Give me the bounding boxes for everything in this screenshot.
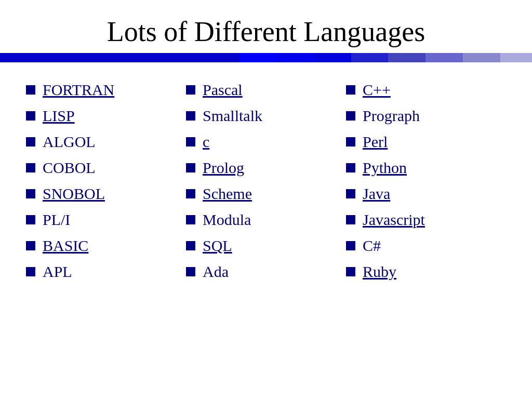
list-item: C++ [346,78,506,102]
item-label: Smalltalk [203,107,262,125]
bullet-icon [346,241,355,250]
item-label: LISP [43,107,75,125]
item-label: Modula [203,211,251,229]
list-item: c [186,130,346,154]
item-label: Python [363,159,407,177]
item-label: C# [363,237,381,255]
item-label: c [203,133,209,151]
list-item: FORTRAN [26,78,186,102]
list-item: C# [346,234,506,258]
divider-bar [0,53,532,62]
bullet-icon [26,189,35,198]
item-label: C++ [363,81,391,99]
item-label: ALGOL [43,133,96,151]
list-item: Ada [186,260,346,284]
item-label: PL/I [43,211,70,229]
bullet-icon [186,137,195,147]
item-label: SNOBOL [43,185,105,203]
bullet-icon [26,241,35,250]
item-label: Prograph [363,107,420,125]
bullet-icon [26,137,35,147]
column-col2: PascalSmalltalkcPrologSchemeModulaSQLAda [186,78,346,389]
bullet-icon [346,111,355,121]
item-label: Ada [203,263,229,281]
item-label: APL [43,263,72,281]
list-item: PL/I [26,208,186,232]
list-item: SNOBOL [26,182,186,206]
bullet-icon [186,241,195,250]
item-label: Prolog [203,159,244,177]
bullet-icon [186,111,195,121]
title-area: Lots of Different Languages [0,0,532,53]
bullet-icon [186,267,195,276]
list-item: ALGOL [26,130,186,154]
bullet-icon [346,215,355,224]
item-label: Javascript [363,211,425,229]
list-item: Perl [346,130,506,154]
list-item: Scheme [186,182,346,206]
list-item: BASIC [26,234,186,258]
column-col1: FORTRANLISPALGOLCOBOLSNOBOLPL/IBASICAPL [26,78,186,389]
list-item: Java [346,182,506,206]
list-item: Javascript [346,208,506,232]
list-item: Smalltalk [186,104,346,128]
content-area: FORTRANLISPALGOLCOBOLSNOBOLPL/IBASICAPLP… [0,73,532,399]
bullet-icon [346,137,355,147]
bullet-icon [186,163,195,172]
slide-title: Lots of Different Languages [21,16,511,48]
slide: Lots of Different Languages FORTRANLISPA… [0,0,532,399]
item-label: Ruby [363,263,396,281]
item-label: Perl [363,133,388,151]
bullet-icon [26,111,35,121]
column-col3: C++PrographPerlPythonJavaJavascriptC#Rub… [346,78,506,389]
bullet-icon [26,85,35,95]
list-item: LISP [26,104,186,128]
bullet-icon [346,267,355,276]
list-item: Python [346,156,506,180]
bullet-icon [186,189,195,198]
bullet-icon [186,215,195,224]
list-item: Ruby [346,260,506,284]
bullet-icon [346,163,355,172]
bullet-icon [26,215,35,224]
list-item: SQL [186,234,346,258]
bullet-icon [186,85,195,95]
bullet-icon [26,163,35,172]
item-label: SQL [203,237,232,255]
list-item: Prograph [346,104,506,128]
item-label: Scheme [203,185,252,203]
list-item: Prolog [186,156,346,180]
item-label: BASIC [43,237,88,255]
bullet-icon [26,267,35,276]
item-label: Pascal [203,81,243,99]
bullet-icon [346,189,355,198]
item-label: FORTRAN [43,81,114,99]
item-label: COBOL [43,159,96,177]
bullet-icon [346,85,355,95]
list-item: APL [26,260,186,284]
list-item: COBOL [26,156,186,180]
item-label: Java [363,185,390,203]
list-item: Pascal [186,78,346,102]
list-item: Modula [186,208,346,232]
